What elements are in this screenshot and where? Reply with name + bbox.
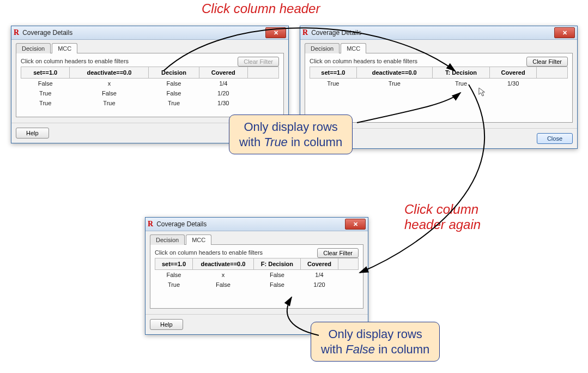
close-icon[interactable]: ✕ (554, 27, 575, 38)
window-title: Coverage Details (22, 29, 72, 37)
app-icon: R (302, 28, 308, 37)
window-coverage-details-3: R Coverage Details ✕ Decision MCC Click … (145, 217, 368, 335)
annotation-right: Click column header again (404, 202, 481, 232)
col-covered[interactable]: Covered (199, 67, 247, 79)
col-spacer (537, 67, 568, 79)
close-icon[interactable]: ✕ (265, 27, 286, 38)
annotation-top: Click column header (202, 1, 320, 16)
col-deactivate[interactable]: deactivate==0.0 (192, 258, 253, 270)
titlebar[interactable]: R Coverage Details ✕ (300, 26, 577, 40)
callout-true-filter: Only display rows with True in column (229, 115, 353, 154)
app-icon: R (148, 220, 153, 228)
col-decision[interactable]: Decision (149, 67, 199, 79)
table-row[interactable]: True True True 1/30 (310, 79, 568, 89)
col-covered[interactable]: Covered (301, 258, 338, 270)
help-button[interactable]: Help (16, 128, 49, 139)
mcc-table: set==1.0 deactivate==0.0 F: Decision Cov… (155, 258, 359, 290)
mcc-panel: Click on column headers to enable filter… (16, 53, 284, 117)
table-row[interactable]: False x False 1/4 (21, 79, 279, 89)
col-decision-filtered-true[interactable]: T: Decision (432, 67, 489, 79)
tab-decision[interactable]: Decision (16, 43, 51, 53)
titlebar[interactable]: R Coverage Details ✕ (11, 26, 288, 40)
col-decision-filtered-false[interactable]: F: Decision (253, 258, 300, 270)
cursor-icon (478, 87, 486, 97)
col-deactivate[interactable]: deactivate==0.0 (70, 67, 149, 79)
close-icon[interactable]: ✕ (345, 219, 366, 230)
col-spacer (338, 258, 359, 270)
table-row[interactable]: False x False 1/4 (155, 270, 359, 280)
app-icon: R (14, 28, 19, 37)
mcc-panel: Click on column headers to enable filter… (305, 53, 573, 123)
col-spacer (248, 67, 279, 79)
tab-decision[interactable]: Decision (305, 43, 340, 53)
col-set[interactable]: set==1.0 (310, 67, 357, 79)
tab-decision[interactable]: Decision (150, 234, 185, 245)
mcc-panel: Click on column headers to enable filter… (150, 244, 363, 309)
clear-filter-button[interactable]: Clear Filter (238, 57, 279, 67)
window-title: Coverage Details (156, 220, 207, 228)
col-set[interactable]: set==1.0 (21, 67, 70, 79)
col-deactivate[interactable]: deactivate==0.0 (356, 67, 432, 79)
table-row[interactable]: True False False 1/20 (155, 280, 359, 290)
col-covered[interactable]: Covered (490, 67, 537, 79)
titlebar[interactable]: R Coverage Details ✕ (146, 218, 368, 231)
callout-false-filter: Only display rows with False in column (311, 322, 440, 362)
table-row[interactable]: True False False 1/20 (21, 88, 279, 98)
tab-mcc[interactable]: MCC (341, 43, 366, 53)
mcc-table: set==1.0 deactivate==0.0 Decision Covere… (21, 67, 279, 108)
mcc-table: set==1.0 deactivate==0.0 T: Decision Cov… (310, 67, 568, 88)
col-set[interactable]: set==1.0 (155, 258, 193, 270)
close-button[interactable]: Close (537, 133, 573, 144)
table-row[interactable]: True True True 1/30 (21, 98, 279, 108)
tab-mcc[interactable]: MCC (52, 43, 77, 53)
window-title: Coverage Details (311, 29, 361, 37)
tab-mcc[interactable]: MCC (186, 234, 211, 245)
clear-filter-button[interactable]: Clear Filter (526, 57, 568, 67)
help-button[interactable]: Help (150, 319, 183, 330)
clear-filter-button[interactable]: Clear Filter (317, 248, 359, 258)
